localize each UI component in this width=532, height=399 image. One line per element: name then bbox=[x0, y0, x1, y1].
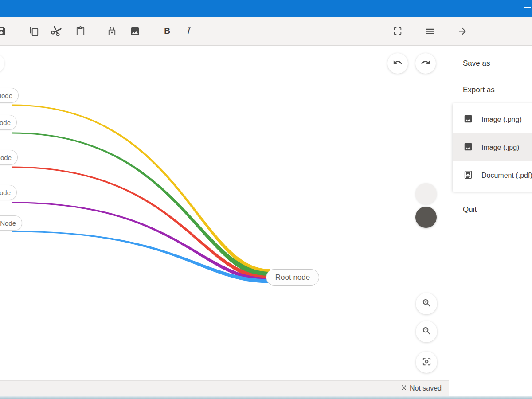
export-document-item[interactable]: Document (.pdf) bbox=[453, 161, 532, 189]
dark-circle-button[interactable] bbox=[415, 207, 437, 228]
image-icon bbox=[463, 114, 473, 125]
side-menu-panel: Save as Export as Image (.png) Image (.j… bbox=[449, 46, 532, 396]
child-node[interactable]: Node bbox=[0, 115, 17, 130]
export-jpg-item[interactable]: Image (.jpg) bbox=[453, 133, 532, 161]
center-focus-button[interactable] bbox=[416, 352, 437, 373]
node-label: Node bbox=[0, 189, 11, 196]
redo-icon bbox=[421, 58, 430, 69]
node-label: Node bbox=[0, 92, 12, 99]
bold-label: B bbox=[164, 26, 170, 36]
branch-curves bbox=[0, 46, 449, 380]
italic-label: I bbox=[186, 26, 190, 36]
toolbar-separator bbox=[416, 17, 416, 46]
redo-button[interactable] bbox=[415, 53, 436, 74]
node-label: Node bbox=[0, 154, 12, 161]
fullscreen-icon bbox=[393, 26, 403, 36]
save-as-label: Save as bbox=[463, 59, 490, 68]
child-node[interactable]: Node bbox=[0, 88, 19, 103]
zoom-in-button[interactable] bbox=[416, 293, 437, 314]
toolbar-separator bbox=[98, 17, 98, 46]
status-bar: Not saved bbox=[0, 380, 449, 396]
center-focus-icon bbox=[422, 356, 432, 368]
export-submenu: Image (.png) Image (.jpg) Document (.pdf… bbox=[453, 103, 532, 192]
branch-purple bbox=[12, 202, 270, 282]
child-node[interactable]: Node bbox=[0, 185, 17, 200]
toolbar-separator bbox=[20, 17, 20, 46]
image-icon bbox=[130, 26, 140, 36]
scissors-icon bbox=[51, 26, 62, 36]
child-node[interactable]: Node bbox=[0, 150, 18, 165]
export-document-label: Document (.pdf) bbox=[481, 172, 532, 180]
export-png-label: Image (.png) bbox=[481, 116, 522, 124]
window-bottom-edge bbox=[0, 396, 532, 399]
save-icon bbox=[0, 26, 7, 36]
menu-item-export-as[interactable]: Export as bbox=[449, 77, 532, 103]
italic-button[interactable]: I bbox=[178, 21, 198, 41]
undo-button[interactable] bbox=[387, 53, 408, 74]
root-node[interactable]: Root node bbox=[266, 269, 319, 286]
fullscreen-button[interactable] bbox=[388, 21, 407, 41]
menu-button[interactable] bbox=[420, 21, 440, 41]
arrow-right-icon bbox=[458, 26, 468, 36]
cut-button[interactable] bbox=[47, 21, 66, 41]
panel-forward-button[interactable] bbox=[453, 21, 472, 41]
zoom-out-button[interactable] bbox=[416, 321, 437, 342]
undo-icon bbox=[393, 58, 403, 69]
title-bar bbox=[0, 0, 532, 17]
image-icon bbox=[463, 142, 473, 153]
minimize-button[interactable] bbox=[524, 7, 531, 8]
export-png-item[interactable]: Image (.png) bbox=[453, 106, 532, 133]
menu-item-quit[interactable]: Quit bbox=[449, 196, 532, 223]
insert-image-button[interactable] bbox=[125, 21, 145, 41]
paste-button[interactable] bbox=[70, 21, 90, 41]
copy-button[interactable] bbox=[24, 21, 44, 41]
lock-icon bbox=[107, 26, 117, 36]
quit-label: Quit bbox=[463, 205, 477, 214]
node-label: Node bbox=[0, 219, 16, 227]
save-button[interactable] bbox=[0, 21, 11, 41]
status-text: Not saved bbox=[410, 384, 442, 392]
export-as-label: Export as bbox=[463, 86, 495, 94]
root-node-label: Root node bbox=[275, 273, 310, 282]
copy-icon bbox=[29, 26, 39, 36]
lock-button[interactable] bbox=[102, 21, 121, 41]
hamburger-icon bbox=[425, 26, 435, 36]
branch-yellow bbox=[12, 105, 270, 275]
zoom-out-icon bbox=[422, 326, 432, 338]
light-circle-button[interactable] bbox=[415, 183, 437, 204]
clipboard-icon bbox=[75, 26, 86, 36]
not-saved-x-icon bbox=[401, 384, 407, 392]
toolbar-separator bbox=[151, 17, 151, 46]
export-jpg-label: Image (.jpg) bbox=[481, 144, 519, 152]
document-icon bbox=[463, 170, 473, 181]
toolbar: B I bbox=[0, 17, 532, 46]
bold-button[interactable]: B bbox=[157, 21, 177, 41]
zoom-in-icon bbox=[422, 298, 432, 310]
node-label: Node bbox=[0, 119, 11, 126]
branch-green bbox=[12, 133, 270, 278]
mindmap-canvas[interactable]: Node Node Node Node Node Root node bbox=[0, 46, 449, 380]
menu-item-save-as[interactable]: Save as bbox=[449, 50, 532, 77]
child-node[interactable]: Node bbox=[0, 215, 22, 231]
